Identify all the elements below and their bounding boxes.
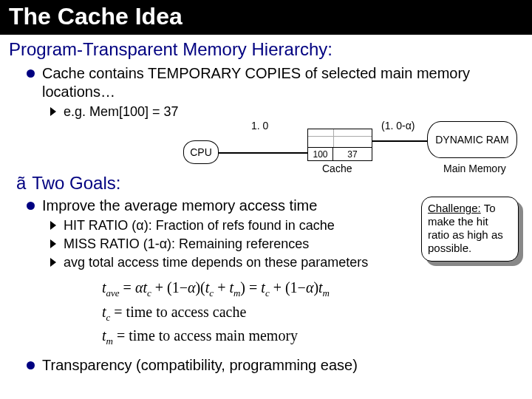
chevron-right-icon [49,239,59,249]
goal-transparency: Transparency (compatibility, programming… [13,356,519,375]
goal1-text: Improve the average memory access time [42,197,317,215]
challenge-title: Challenge: [428,202,481,214]
slide-subtitle: Program-Transparent Memory Hierarchy: [0,35,532,61]
cache-label: Cache [322,163,352,174]
avg-text: avg total access time depends on these p… [64,255,368,270]
example-text: e.g. Mem[100] = 37 [64,104,179,120]
chevron-right-icon [49,106,59,117]
bullet-icon [27,361,35,369]
cache-tag-cell: 100 [308,148,333,160]
chevron-right-icon [49,220,59,231]
hit-ratio-text: HIT RATIO (α): Fraction of refs found in… [64,218,335,233]
cache-box: 100 37 [307,129,372,161]
dram-box: DYNAMIC RAM [427,121,517,158]
chevron-right-icon [49,257,59,267]
wire-cpu-to-cache [219,152,307,154]
bullet-cache-copies: Cache contains TEMPORARY COPIES of selec… [13,64,519,101]
bullet-icon [27,202,35,210]
avg-row: avg total access time depends on these p… [13,255,414,270]
wire-cache-to-dram [372,140,427,142]
bullet-text: Cache contains TEMPORARY COPIES of selec… [42,64,519,101]
miss-ratio-row: MISS RATIO (1-α): Remaining references [13,236,414,252]
goal-improve-access-time: Improve the average memory access time [13,197,414,215]
access-time-formula: tave = αtc + (1−α)(tc + tm) = tc + (1−α)… [102,276,519,349]
hit-ratio-row: HIT RATIO (α): Fraction of refs found in… [13,218,414,233]
cpu-box: CPU [183,140,219,164]
goal2-text: Transparency (compatibility, programming… [42,356,358,375]
miss-ratio-text: MISS RATIO (1-α): Remaining references [64,236,309,252]
challenge-callout: Challenge: To make the hit ratio as high… [421,197,519,262]
bullet-icon [27,69,35,78]
prob-hit-label: 1. 0 [251,120,268,132]
example-row: e.g. Mem[100] = 37 [13,104,519,120]
prob-miss-label: (1. 0-α) [381,120,415,132]
cache-diagram: CPU 1. 0 100 37 Cache (1. 0-α) DYNAMIC R… [13,118,519,192]
main-memory-label: Main Memory [443,163,506,174]
cache-data-cell: 37 [333,148,372,160]
slide-title: The Cache Idea [0,0,532,35]
